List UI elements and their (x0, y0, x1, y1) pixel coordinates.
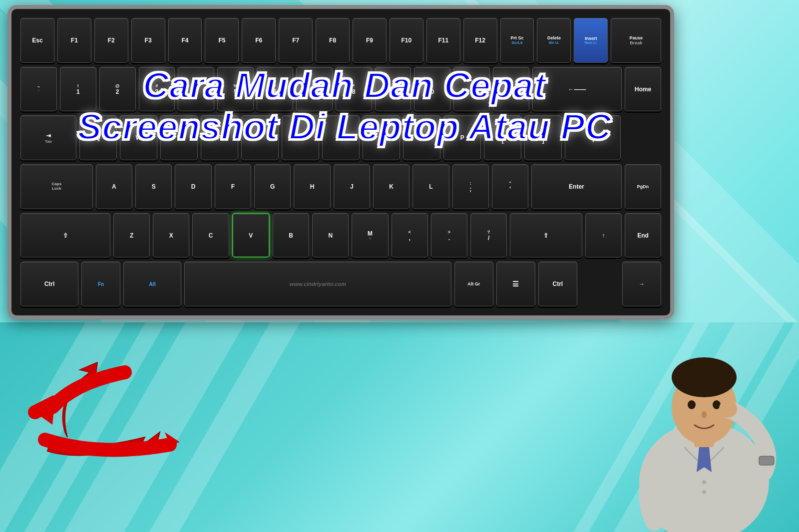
key-insert: InsertNum Li. (574, 18, 608, 63)
key-f: F (215, 164, 251, 209)
key-z: Z (113, 213, 150, 258)
svg-point-11 (702, 480, 706, 484)
key-esc: Esc (20, 18, 54, 63)
key-f12: F12 (463, 18, 497, 63)
key-b: B (273, 213, 309, 258)
key-alt-left: Alt (123, 262, 181, 306)
key-h: H (294, 164, 330, 209)
key-v: V (232, 213, 270, 258)
key-k: K (373, 164, 409, 209)
key-shift-right: ⇧ (510, 213, 582, 258)
key-end: End (625, 213, 661, 258)
key-f6: F6 (242, 18, 276, 63)
keyboard-row-function: Esc F1 F2 F3 F4 F5 F6 F7 F8 F9 F10 F11 F… (20, 18, 661, 63)
key-pgdn: PgDn (625, 164, 661, 209)
key-f11: F11 (426, 18, 460, 63)
key-d: D (175, 164, 211, 209)
key-ctrl-right: Ctrl (538, 262, 577, 306)
key-f5: F5 (205, 18, 239, 63)
key-altgr: Alt Gr (454, 262, 493, 306)
key-capslock: CapsLock (20, 164, 93, 209)
key-f2: F2 (94, 18, 128, 63)
key-m: M* (352, 213, 388, 258)
key-period: >. (431, 213, 467, 258)
key-ctrl-left: Ctrl (20, 262, 78, 306)
key-menu: ☰ (496, 262, 535, 306)
svg-point-12 (702, 490, 706, 494)
svg-point-6 (688, 400, 696, 409)
key-f9: F9 (353, 18, 387, 63)
title-overlay: Cara Mudah Dan Cepat Screenshot Di Lepto… (40, 65, 649, 148)
svg-point-8 (702, 411, 707, 418)
svg-point-5 (672, 357, 737, 397)
key-pause: PauseBreak (611, 18, 661, 63)
key-space: www.cindriyanto.com (184, 262, 451, 306)
key-quote: "' (492, 164, 528, 209)
key-comma: <, (392, 213, 428, 258)
key-slash: ?/ (470, 213, 507, 258)
key-shift-left: ⇧ (20, 213, 110, 258)
key-semicolon: :; (452, 164, 489, 209)
title-line2: Screenshot Di Leptop Atau PC (40, 106, 649, 148)
key-n: N (312, 213, 349, 258)
title-line1: Cara Mudah Dan Cepat (40, 65, 649, 106)
key-delete: DeleteStr U. (537, 18, 571, 63)
key-j: J (334, 164, 370, 209)
key-f3: F3 (131, 18, 165, 63)
keyboard-row-bottom: Ctrl Fn Alt www.cindriyanto.com Alt Gr ☰… (20, 262, 661, 306)
keyboard-row-shift: ⇧ Z X C V B N M* <, >. ?/ ⇧ ↑ End (20, 213, 661, 258)
key-prtsc: Prt ScScrLk (500, 18, 534, 63)
key-s: S (135, 164, 172, 209)
keyboard-image: Esc F1 F2 F3 F4 F5 F6 F7 F8 F9 F10 F11 F… (7, 5, 674, 319)
person-figure (624, 312, 784, 532)
key-g: G (254, 164, 291, 209)
key-c: C (192, 213, 229, 258)
key-a: A (96, 164, 132, 209)
keyboard-row-asdf: CapsLock A S D F G H J K L :; "' Enter P… (20, 164, 661, 209)
key-f7: F7 (279, 18, 313, 63)
key-f4: F4 (168, 18, 202, 63)
key-x: X (153, 213, 189, 258)
svg-rect-10 (759, 456, 774, 465)
key-f1: F1 (57, 18, 91, 63)
arrows-graphic (25, 322, 250, 472)
key-f8: F8 (316, 18, 350, 63)
person-container (609, 307, 799, 532)
key-f10: F10 (390, 18, 423, 63)
key-enter: Enter (531, 164, 621, 209)
svg-point-9 (719, 400, 737, 418)
keyboard-container: Esc F1 F2 F3 F4 F5 F6 F7 F8 F9 F10 F11 F… (7, 5, 674, 319)
key-l: L (412, 164, 449, 209)
key-fn: Fn (81, 262, 120, 306)
key-right: → (622, 262, 661, 306)
key-up: ↑ (585, 213, 622, 258)
